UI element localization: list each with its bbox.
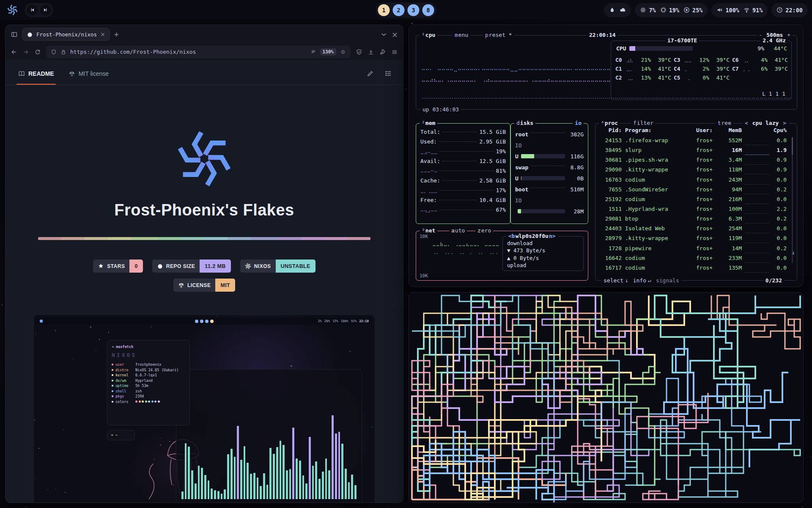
- proc-sort-control[interactable]: < cpu lazy >: [743, 120, 788, 127]
- nixos-menu-button[interactable]: [4, 2, 20, 18]
- tab-mit-license-label: MIT license: [79, 70, 109, 77]
- book-icon: [18, 70, 25, 77]
- nix-snowflake-logo: [176, 131, 232, 187]
- disk-line: IO: [515, 140, 584, 151]
- browser-tab[interactable]: Frost-Phoenix/nixos ×: [22, 28, 110, 41]
- process-row[interactable]: 28979 .kitty-wrappe fros+ 119M 0.0: [600, 235, 787, 245]
- fetch-row: pkgs 2394: [112, 394, 185, 399]
- proc-filter-button[interactable]: filter: [631, 120, 656, 127]
- proc-tree-button[interactable]: tree: [716, 120, 733, 127]
- audio-visualizer-panel: [176, 369, 362, 502]
- mem-line: ⠤⢤⣠⠤⠤ 67%: [420, 207, 506, 216]
- proc-scrollbar[interactable]: [792, 137, 793, 263]
- tab-list-chevron-icon[interactable]: [380, 31, 387, 38]
- process-row[interactable]: 7655 .SoundWireSer fros+ 94M 0.2: [600, 186, 787, 196]
- process-row[interactable]: 24153 .firefox-wrap fros+ 552M 0.0: [600, 137, 787, 147]
- select-button[interactable]: select: [604, 277, 623, 284]
- preview-logo-dot: [40, 320, 43, 323]
- fetch-row: de/wm Hyprland: [112, 378, 185, 384]
- core-row: C1⣀⡀ 14%41°C: [615, 64, 671, 73]
- btop-preset-button[interactable]: preset *: [483, 32, 514, 39]
- process-row[interactable]: 16763 codium fros+ 243M 0.0: [600, 177, 787, 186]
- shield-icon[interactable]: [51, 49, 57, 55]
- license-badge-icon: [178, 282, 184, 288]
- download-button[interactable]: [368, 49, 374, 55]
- workspace-button[interactable]: 2: [393, 4, 405, 16]
- disks-io-toggle[interactable]: io: [573, 120, 584, 127]
- media-next-icon: [43, 7, 48, 13]
- edit-readme-button[interactable]: [367, 70, 374, 85]
- readme-screenshot-image: 2%20%15%100%91% 22:18: [33, 315, 375, 502]
- workspace-button[interactable]: 1: [378, 4, 390, 16]
- tab-readme[interactable]: README: [16, 70, 56, 85]
- sidebar-toggle-icon[interactable]: [11, 31, 18, 38]
- fetch-row: uptime 5h 53m: [112, 383, 185, 389]
- media-next-button[interactable]: [40, 5, 51, 15]
- badge[interactable]: REPO SIZE 11.2 MB: [152, 260, 231, 273]
- privacy-shield-button[interactable]: [356, 49, 362, 55]
- process-row[interactable]: 38495 slurp fros+ 16M 1.9: [600, 147, 787, 157]
- process-row[interactable]: 29081 btop fros+ 6.3M 0.2: [600, 215, 787, 225]
- clock-widget: 22:00: [771, 3, 808, 17]
- signals-button[interactable]: signals: [656, 277, 679, 284]
- badge-icon: [157, 263, 163, 269]
- net-zero-button[interactable]: zero: [475, 227, 493, 234]
- load-average: L 1 1 1: [762, 91, 785, 97]
- fetch-row: kernel 6.6.7-lqx1: [112, 373, 185, 378]
- badge-label-section: REPO SIZE: [152, 260, 200, 273]
- process-row[interactable]: 24403 Isolated Web fros+ 254M 0.0: [600, 225, 787, 235]
- net-upload-graph: ⠠⠄⠀⠠⠄⠄⠀⠠⠄⠀⠄⠀⠠⠄⠀⠠⠄⠄⠀⠠: [432, 250, 500, 256]
- forward-button[interactable]: [22, 49, 29, 55]
- badge[interactable]: NIXOS UNSTABLE: [240, 260, 315, 273]
- volume-icon: [716, 7, 723, 13]
- bookmark-star-icon[interactable]: [340, 49, 346, 55]
- btop-menu-button[interactable]: menu: [453, 32, 470, 39]
- preview-workspaces: [195, 320, 214, 323]
- zoom-badge[interactable]: 130%: [320, 48, 337, 55]
- reader-view-icon[interactable]: [310, 49, 316, 55]
- net-interface-title: <b wlp0s20f0u n>: [506, 233, 558, 240]
- process-row[interactable]: 30681 .pipes.sh-wra fros+ 3.4M 0.9: [600, 157, 787, 166]
- workspace-button[interactable]: 8: [422, 4, 434, 16]
- process-row[interactable]: 1728 pipewire fros+ 14M 0.2: [600, 245, 787, 255]
- net-scale-up: 10K: [420, 234, 428, 239]
- disk-stat-value: 25%: [692, 7, 702, 14]
- extensions-button[interactable]: [379, 49, 386, 55]
- info-button[interactable]: info: [633, 277, 646, 284]
- cpu-box: ¹cpu menu preset * 22:00:14 - 500ms + ⠒⠒…: [416, 35, 797, 110]
- window-close-button[interactable]: ×: [392, 30, 398, 39]
- badge[interactable]: LICENSE MIT: [173, 279, 235, 292]
- workspace-button[interactable]: 3: [408, 4, 420, 16]
- preview-stats: 2%20%15%100%91% 22:18: [318, 319, 369, 323]
- process-row[interactable]: 25192 codium fros+ 216M 0.0: [600, 196, 787, 206]
- nixos-logo-icon: [7, 4, 18, 16]
- mem-box: ²mem Total: 15.5 GiB Used: 2.95 GiB: [416, 123, 510, 224]
- disk-gauge: [518, 209, 565, 213]
- lock-icon[interactable]: [60, 49, 66, 55]
- net-auto-button[interactable]: auto: [449, 227, 467, 234]
- back-icon: [11, 49, 17, 55]
- menu-button[interactable]: [391, 49, 398, 55]
- process-row[interactable]: 16717 codium fros+ 135M 0.0: [600, 265, 787, 274]
- tab-close-icon[interactable]: ×: [100, 31, 105, 38]
- tab-mit-license[interactable]: MIT license: [67, 70, 110, 85]
- badge-label-section: LICENSE: [173, 279, 216, 292]
- url-bar[interactable]: https://github.com/Frost-Phoenix/nixos 1…: [46, 46, 351, 58]
- process-row[interactable]: 16642 codium fros+ 233M 0.0: [600, 255, 787, 265]
- scroll-down-indicator: ↓: [792, 249, 795, 256]
- mem-line: Cache: 2.58 GiB: [420, 177, 506, 187]
- media-prev-button[interactable]: [27, 5, 38, 15]
- weather-widget[interactable]: [604, 3, 631, 17]
- refresh-button[interactable]: [34, 49, 41, 55]
- process-row[interactable]: 29090 .kitty-wrappe fros+ 118M 0.9: [600, 166, 787, 176]
- visualizer-bars: [181, 404, 357, 499]
- new-tab-button[interactable]: +: [114, 30, 119, 39]
- browser-navbar: https://github.com/Frost-Phoenix/nixos 1…: [5, 44, 403, 61]
- badge[interactable]: STARS 0: [93, 260, 143, 273]
- net-stat-row: ▼ 473 Byte/s: [507, 247, 579, 254]
- core-row: C5⠀⡀ 0%41°C: [674, 73, 730, 82]
- back-button[interactable]: [11, 49, 17, 55]
- process-row[interactable]: 1511 .Hyprland-wra fros+ 100M 2.2: [600, 206, 787, 215]
- outline-button[interactable]: [385, 70, 392, 85]
- disk-gauge: [521, 154, 565, 158]
